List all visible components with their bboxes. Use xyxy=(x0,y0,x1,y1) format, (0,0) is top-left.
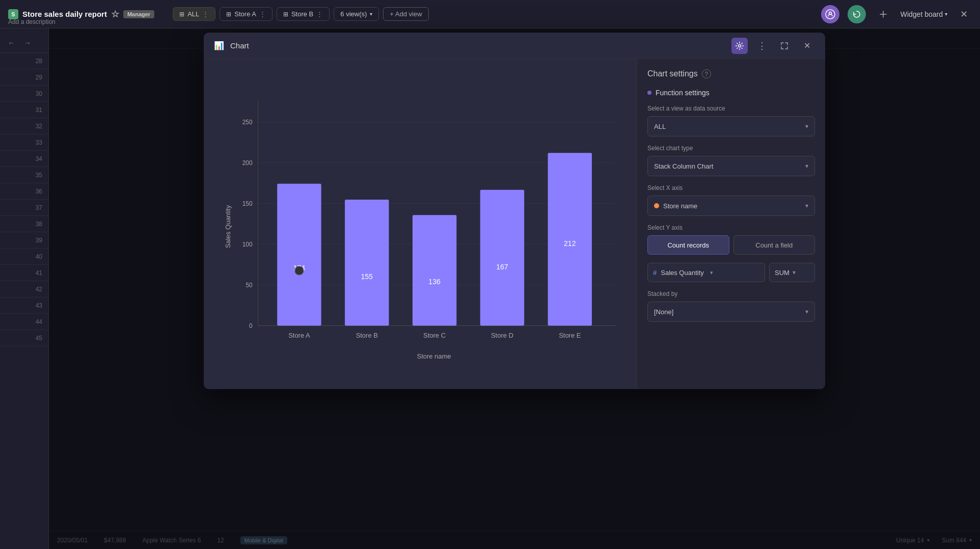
row-number: 30 xyxy=(0,86,48,102)
more-options-btn[interactable]: ⋮ xyxy=(754,38,770,54)
row-number: 39 xyxy=(0,232,48,249)
bar-value-e: 212 xyxy=(564,239,576,248)
data-source-label: Select a view as data source xyxy=(647,105,815,112)
modal-title: Chart xyxy=(230,41,249,50)
chevron-sum-icon: ▾ xyxy=(793,269,796,276)
y-axis-toggle-row: Count records Count a field xyxy=(647,235,815,255)
row-number: 44 xyxy=(0,314,48,330)
svg-point-1 xyxy=(829,12,831,14)
chart-type-dropdown[interactable]: Stack Column Chart ▾ xyxy=(647,156,815,176)
close-top-btn[interactable]: ✕ xyxy=(956,6,972,22)
close-modal-btn[interactable]: ✕ xyxy=(799,38,815,54)
chevron-field-icon: ▾ xyxy=(710,269,713,276)
add-view-button[interactable]: + Add view xyxy=(383,7,428,21)
more-icon[interactable]: ⋮ xyxy=(202,10,209,18)
chart-display-area: Sales Quantity 0 50 xyxy=(204,59,637,389)
x-label-a: Store A xyxy=(288,332,310,339)
widget-board-label[interactable]: Widget board ▾ xyxy=(901,10,947,18)
star-icon[interactable]: ☆ xyxy=(111,9,119,20)
field-selector-row: # Sales Quantity ▾ SUM ▾ xyxy=(647,263,815,282)
add-icon-btn[interactable] xyxy=(874,5,892,23)
main-area: ← → 282930313233343536373839404142434445… xyxy=(0,29,980,549)
sync-icon-btn[interactable] xyxy=(848,5,866,23)
x-label-e: Store E xyxy=(559,332,581,339)
row-number: 35 xyxy=(0,167,48,183)
x-axis-dropdown[interactable]: Store name ▾ xyxy=(647,196,815,216)
modal-header: 📊 Chart ⋮ ✕ xyxy=(204,33,825,59)
settings-panel: Chart settings ? Function settings Selec… xyxy=(637,59,825,389)
bar-store-b xyxy=(345,200,389,325)
data-source-dropdown[interactable]: ALL ▾ xyxy=(647,116,815,136)
count-field-btn[interactable]: Count a field xyxy=(733,235,815,255)
chevron-type-icon: ▾ xyxy=(805,162,808,170)
row-numbers-sidebar: ← → 282930313233343536373839404142434445 xyxy=(0,29,49,549)
chevron-stacked-icon: ▾ xyxy=(805,308,808,315)
row-number: 45 xyxy=(0,330,48,346)
grid-icon-a: ⊞ xyxy=(226,11,231,18)
chart-icon: 📊 xyxy=(214,41,224,50)
row-number: 29 xyxy=(0,69,48,86)
row-number: 33 xyxy=(0,134,48,151)
x-axis-title: Store name xyxy=(417,352,451,360)
svg-point-2 xyxy=(739,44,741,47)
expand-btn[interactable] xyxy=(776,38,793,54)
more-icon-a[interactable]: ⋮ xyxy=(259,10,266,18)
svg-text:250: 250 xyxy=(242,119,253,126)
app-description[interactable]: Add a description xyxy=(8,18,56,25)
more-icon-b[interactable]: ⋮ xyxy=(316,10,323,18)
grid-icon-b: ⊞ xyxy=(283,11,288,18)
x-label-b: Store B xyxy=(356,332,378,339)
svg-text:100: 100 xyxy=(242,241,253,248)
row-number: 36 xyxy=(0,183,48,200)
view-tab-all[interactable]: ⊞ ALL ⋮ xyxy=(173,7,215,21)
modal-body: Sales Quantity 0 50 xyxy=(204,59,825,389)
modal-header-actions: ⋮ ✕ xyxy=(731,38,815,54)
chevron-down-icon: ▾ xyxy=(805,123,808,130)
row-number: 43 xyxy=(0,297,48,314)
row-number: 28 xyxy=(0,53,48,69)
content-area: 📊 Chart ⋮ ✕ xyxy=(49,29,980,549)
settings-icon-btn[interactable] xyxy=(731,38,748,54)
row-number: 37 xyxy=(0,200,48,216)
app-title: Store sales daily report xyxy=(22,10,107,18)
top-right-area: Widget board ▾ ✕ xyxy=(821,5,972,23)
hash-icon: # xyxy=(653,269,657,277)
bar-store-c xyxy=(413,215,456,325)
svg-text:0: 0 xyxy=(249,322,253,330)
bar-store-d xyxy=(480,190,524,326)
back-btn[interactable]: ← xyxy=(4,36,18,50)
field-name-dropdown[interactable]: # Sales Quantity ▾ xyxy=(647,263,765,282)
stacked-by-label: Stacked by xyxy=(647,290,815,297)
x-axis-label: Select X axis xyxy=(647,184,815,191)
row-number: 32 xyxy=(0,118,48,134)
svg-text:200: 200 xyxy=(242,159,253,167)
row-numbers-list: 282930313233343536373839404142434445 xyxy=(0,53,48,346)
chevron-down-icon: ▾ xyxy=(945,11,947,17)
y-axis-label: Select Y axis xyxy=(647,224,815,231)
view-tab-store-a[interactable]: ⊞ Store A ⋮ xyxy=(220,7,273,21)
count-records-btn[interactable]: Count records xyxy=(647,235,729,255)
chevron-icon: ▾ xyxy=(370,11,372,17)
row-number: 38 xyxy=(0,216,48,232)
bar-store-a xyxy=(277,184,321,326)
x-label-c: Store C xyxy=(423,332,446,339)
user-avatar-purple[interactable] xyxy=(821,5,839,23)
chevron-x-icon: ▾ xyxy=(805,202,808,209)
views-count-btn[interactable]: 6 view(s) ▾ xyxy=(334,7,379,21)
row-number: 42 xyxy=(0,281,48,297)
chart-modal: 📊 Chart ⋮ ✕ xyxy=(204,33,825,389)
row-number: 40 xyxy=(0,249,48,265)
row-number: 41 xyxy=(0,265,48,281)
svg-text:150: 150 xyxy=(242,200,253,207)
view-tab-store-b[interactable]: ⊞ Store B ⋮ xyxy=(277,7,330,21)
x-label-d: Store D xyxy=(491,332,513,339)
modal-overlay: 📊 Chart ⋮ ✕ xyxy=(49,29,980,549)
info-icon[interactable]: ? xyxy=(702,69,711,78)
function-dropdown[interactable]: SUM ▾ xyxy=(769,263,815,282)
row-number: 34 xyxy=(0,151,48,167)
sub-toolbar: ← → xyxy=(0,33,48,53)
function-settings-section: Function settings xyxy=(647,89,815,97)
stacked-by-dropdown[interactable]: [None] ▾ xyxy=(647,301,815,322)
bar-value-d: 167 xyxy=(496,263,508,271)
forward-btn[interactable]: → xyxy=(20,36,35,50)
